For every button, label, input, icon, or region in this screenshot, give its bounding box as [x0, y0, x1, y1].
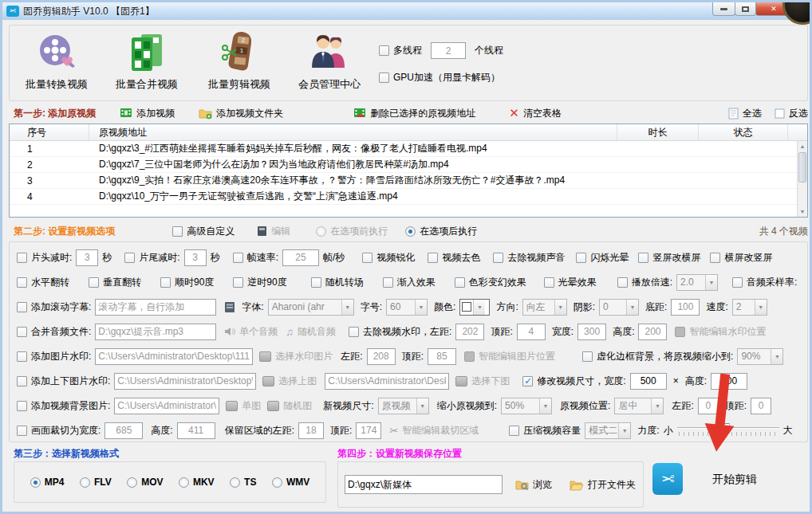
wm-height-input[interactable] — [638, 324, 667, 340]
mute-checkbox[interactable] — [493, 253, 503, 263]
run-after-radio[interactable] — [405, 226, 416, 237]
nav-batch-convert[interactable]: 批量转换视频 — [12, 29, 101, 92]
add-video-button[interactable]: 添加视频 — [120, 107, 175, 120]
delete-selected-button[interactable]: 删除已选择的原视频地址 — [353, 107, 475, 120]
pick-top-image-button[interactable]: 选择上图 — [262, 375, 317, 388]
flicker-checkbox[interactable] — [576, 253, 586, 263]
format-option-mkv[interactable]: MKV — [179, 477, 215, 488]
rotate-cw-checkbox[interactable] — [160, 277, 171, 288]
resize-video-checkbox[interactable] — [522, 376, 533, 386]
pick-bottom-image-button[interactable]: 选择下图 — [455, 375, 510, 388]
merge-audio-input[interactable] — [95, 324, 216, 340]
fade-in-checkbox[interactable] — [383, 277, 393, 288]
image-top-input[interactable] — [428, 348, 456, 365]
minimize-button[interactable] — [712, 2, 735, 16]
image-watermark-input[interactable] — [95, 348, 253, 365]
bg-top-input[interactable] — [751, 398, 771, 414]
wmv-radio[interactable] — [272, 477, 282, 488]
table-row[interactable]: 2 D:\gqxz\7_三位中国老师为什么在汤加？因为当地政府请他们教居民种菜#… — [10, 157, 807, 173]
single-image-button[interactable]: 单图 — [226, 399, 261, 413]
table-row[interactable]: 3 D:\gqxz\9_实拍！石家庄京港澳高速20余车连环事故，？警方：降雪后路… — [10, 173, 807, 189]
bottom-image-input[interactable] — [325, 373, 449, 390]
crop-left-input[interactable] — [298, 422, 324, 439]
rotate-ccw-checkbox[interactable] — [233, 277, 243, 288]
speed-checkbox[interactable] — [617, 277, 628, 288]
top-bottom-watermark-checkbox[interactable] — [17, 376, 27, 386]
nav-member-center[interactable]: 会员管理中心 — [285, 29, 374, 92]
h2v-checkbox[interactable] — [710, 253, 720, 263]
col-path[interactable]: 原视频地址 — [89, 124, 617, 140]
compress-checkbox[interactable] — [509, 426, 519, 436]
tail-trim-input[interactable] — [184, 249, 207, 266]
random-image-button[interactable]: 随机图 — [267, 399, 312, 413]
crop-height-input[interactable] — [177, 422, 215, 439]
background-image-checkbox[interactable] — [17, 401, 27, 411]
open-folder-button[interactable]: 打开文件夹 — [570, 478, 636, 492]
scroll-speed-dropdown[interactable]: 2▼ — [732, 299, 767, 316]
scroll-thumb[interactable] — [798, 152, 806, 182]
invert-select-button[interactable]: 反选 — [775, 107, 808, 120]
wm-top-input[interactable] — [517, 324, 546, 340]
blur-border-checkbox[interactable] — [582, 351, 593, 362]
color-fx-checkbox[interactable] — [455, 277, 465, 288]
single-audio-button[interactable]: 单个音频 — [224, 325, 278, 339]
gpu-checkbox[interactable] — [379, 73, 389, 83]
font-size-dropdown[interactable]: 60▼ — [386, 299, 428, 316]
random-audio-button[interactable]: ♫ 随机音频 — [286, 325, 336, 339]
add-folder-button[interactable]: 添加视频文件夹 — [199, 107, 283, 120]
position-dropdown[interactable]: 居中▼ — [614, 398, 664, 414]
pick-watermark-image-button[interactable]: 选择水印图片 — [259, 350, 333, 363]
mkv-radio[interactable] — [179, 477, 189, 488]
start-edit-button[interactable]: ✂ — [652, 463, 683, 495]
new-size-dropdown[interactable]: 原视频▼ — [378, 398, 429, 414]
format-option-mp4[interactable]: MP4 — [30, 477, 65, 488]
format-option-mov[interactable]: MOV — [127, 477, 163, 488]
smart-crop-button[interactable]: ✂ 智能编辑裁切区域 — [389, 424, 479, 437]
thread-count-input[interactable] — [431, 42, 466, 59]
col-index[interactable]: 序号 — [10, 124, 89, 140]
font-dropdown[interactable]: Aharoni (ahr▼ — [268, 299, 354, 316]
table-row[interactable]: 4 D:\gqxz\10_万宁一男子无证驾驶被查后逃跑，交警“上演”急速追逐.m… — [10, 189, 807, 205]
top-image-input[interactable] — [114, 373, 256, 390]
strength-slider[interactable] — [677, 423, 779, 437]
subtitle-checkbox[interactable] — [17, 302, 27, 312]
resize-width-input[interactable] — [630, 373, 667, 390]
table-scrollbar[interactable]: ▲ ▼ — [797, 141, 807, 217]
nav-batch-merge[interactable]: 批量合并视频 — [102, 29, 191, 92]
head-trim-input[interactable] — [76, 249, 98, 266]
scroll-up-arrow[interactable]: ▲ — [798, 141, 807, 151]
scroll-down-arrow[interactable]: ▼ — [798, 206, 807, 217]
browse-button[interactable]: 浏览 — [515, 478, 552, 492]
nav-batch-edit[interactable]: 2 1 批量剪辑视频 — [195, 29, 284, 92]
bg-left-input[interactable] — [698, 398, 719, 414]
multithread-checkbox[interactable] — [379, 45, 389, 56]
mp4-radio[interactable] — [30, 477, 41, 488]
crop-checkbox[interactable] — [17, 426, 27, 436]
clear-table-button[interactable]: ✕ 清空表格 — [509, 106, 562, 120]
run-before-radio[interactable] — [316, 226, 326, 237]
ts-radio[interactable] — [230, 477, 240, 488]
flip-v-checkbox[interactable] — [89, 277, 99, 288]
flv-radio[interactable] — [80, 477, 90, 488]
transition-checkbox[interactable] — [311, 277, 321, 288]
head-trim-checkbox[interactable] — [17, 253, 27, 263]
background-image-input[interactable] — [114, 398, 219, 414]
col-duration[interactable]: 时长 — [617, 124, 699, 140]
wm-width-input[interactable] — [577, 324, 606, 340]
shrink-dropdown[interactable]: 50%▼ — [501, 398, 552, 414]
mov-radio[interactable] — [127, 477, 137, 488]
format-option-flv[interactable]: FLV — [80, 477, 112, 488]
table-row[interactable]: 1 D:\gqxz\3_#江西萌娃坐摇摇车睡着妈妈关掉车后秒醒，网友：像极了老人… — [10, 141, 807, 157]
direction-dropdown[interactable]: 向左▼ — [522, 299, 567, 316]
maximize-button[interactable] — [735, 2, 756, 16]
format-option-ts[interactable]: TS — [230, 477, 256, 488]
image-watermark-checkbox[interactable] — [17, 351, 27, 362]
remove-watermark-checkbox[interactable] — [349, 327, 359, 337]
blur-scale-dropdown[interactable]: 90%▼ — [737, 348, 783, 365]
v2h-checkbox[interactable] — [638, 253, 648, 263]
fps-checkbox[interactable] — [233, 253, 243, 263]
speed-dropdown[interactable]: 2.0▼ — [676, 274, 718, 291]
tail-trim-checkbox[interactable] — [124, 253, 135, 263]
font-color-dropdown[interactable]: ▼ — [459, 299, 490, 316]
start-edit-label[interactable]: 开始剪辑 — [712, 473, 757, 487]
